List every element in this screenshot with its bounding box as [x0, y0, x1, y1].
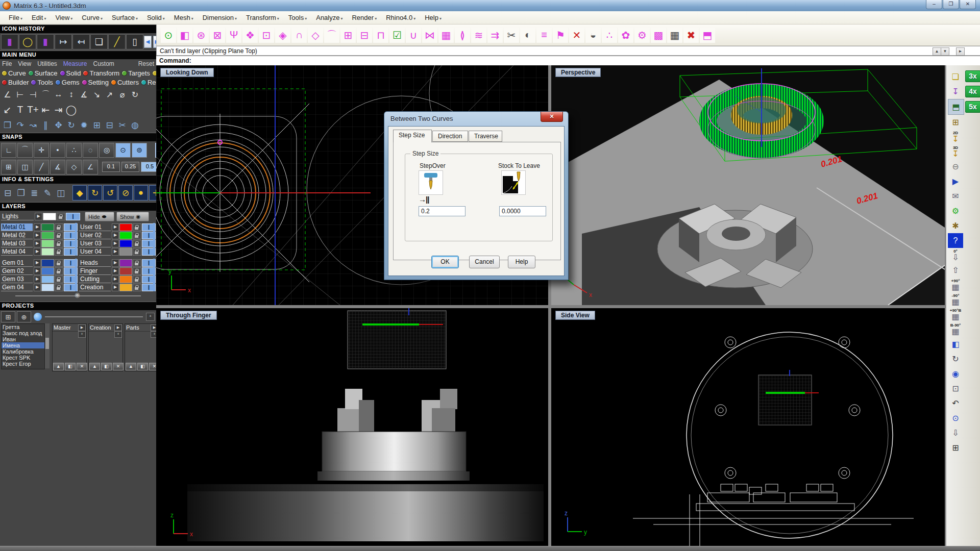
reset-button[interactable]: Reset	[138, 60, 154, 67]
vertical-dim-icon[interactable]: ↕	[65, 88, 78, 101]
layer-color-swatch[interactable]	[41, 232, 54, 239]
history-cylinder-icon[interactable]: ▮	[1, 34, 18, 49]
project-list-item[interactable]: Гретта	[2, 324, 44, 330]
check-surface-icon[interactable]: ☑	[389, 28, 405, 43]
near-snap-icon[interactable]: ⌒	[17, 143, 33, 158]
blend-icon[interactable]: ≬	[455, 28, 470, 43]
category-link[interactable]: Solid	[60, 69, 81, 77]
main-menu-tab[interactable]: File	[2, 60, 12, 67]
grid-surface-icon[interactable]: ▦	[438, 28, 454, 43]
lock-icon[interactable]	[133, 276, 141, 283]
viewport-through-finger[interactable]: Through Finger	[156, 308, 548, 546]
layer-name[interactable]: User 01	[79, 223, 111, 231]
project-list-item[interactable]: Имена	[2, 342, 44, 348]
zoom-multiplier-button[interactable]: 5x	[965, 101, 980, 113]
main-menu-tab[interactable]: View	[18, 60, 31, 67]
layer-color-swatch[interactable]	[41, 248, 54, 256]
layer-name[interactable]: User 04	[79, 248, 111, 256]
layer-expand-button[interactable]: ▶	[112, 284, 119, 291]
cplane-bminus90-icon[interactable]: B-90° ▦	[948, 322, 963, 337]
history-scroll-icon[interactable]: ▯	[126, 34, 143, 49]
text-add-icon[interactable]: T+	[27, 103, 39, 116]
lock-icon[interactable]	[133, 240, 141, 247]
category-link[interactable]: Gems	[55, 79, 80, 86]
move-icon[interactable]: ✥	[52, 118, 65, 132]
category-link[interactable]: Tools	[31, 79, 53, 86]
menu-item[interactable]: Solid▾	[142, 12, 169, 23]
layer-name[interactable]: Gem 01	[1, 259, 33, 267]
viewport-label-perspective[interactable]: Perspective	[555, 68, 601, 77]
angle-dim-icon[interactable]: ∠	[1, 88, 14, 101]
cancel-button[interactable]: Cancel	[469, 256, 500, 268]
layer-color-swatch[interactable]	[119, 284, 132, 291]
gear-icon[interactable]: ⚙	[634, 28, 650, 43]
curve-dash-icon[interactable]: ↝	[27, 118, 39, 132]
cplane-0-icon[interactable]: 0° ⇩	[948, 248, 963, 263]
points-icon[interactable]: ∴	[602, 28, 617, 43]
viewport-perspective[interactable]: Perspective	[551, 65, 945, 305]
history-pencil-icon[interactable]: ╱	[108, 34, 126, 49]
arch-icon[interactable]: ∩	[291, 28, 307, 43]
help-button[interactable]: Help	[508, 256, 535, 268]
dim-right-icon[interactable]: ⇥	[52, 103, 65, 116]
category-link[interactable]: Setting	[82, 79, 109, 86]
half-sphere-icon[interactable]: ◒	[585, 28, 601, 43]
edit-notes-icon[interactable]: ✎	[41, 186, 54, 200]
box-wire-icon[interactable]: ⊠	[210, 28, 225, 43]
radius-dim-icon[interactable]: ⌒	[39, 88, 52, 101]
undo-view-icon[interactable]: ↶	[948, 396, 963, 411]
layer-color-swatch[interactable]	[119, 248, 132, 256]
extrude-icon[interactable]: ⊞	[340, 28, 356, 43]
main-menu-tab[interactable]: Measure	[63, 60, 87, 67]
layer-color-swatch[interactable]	[41, 240, 54, 247]
linear-dim-icon[interactable]: ↔	[52, 88, 65, 101]
vector-snap-icon[interactable]: ∠	[83, 160, 98, 174]
project-list-item[interactable]: Крест Егор	[2, 361, 44, 367]
column-delete-button[interactable]: ✕	[77, 363, 87, 370]
box-snap-icon[interactable]: ◫	[17, 160, 33, 174]
history-dim-d-icon[interactable]: ↦	[55, 34, 72, 49]
pink-box-icon[interactable]: ⬒	[700, 28, 715, 43]
loft-icon[interactable]: ∪	[406, 28, 421, 43]
menu-item[interactable]: Analyze▾	[311, 12, 347, 23]
project-sync-icon[interactable]	[34, 313, 42, 321]
history-forward-button[interactable]: ►	[153, 36, 156, 48]
stepover-input[interactable]: 0.2	[419, 206, 465, 216]
rotate-icon[interactable]: ↻	[65, 118, 78, 132]
category-link[interactable]: Art	[152, 69, 156, 77]
flag-icon[interactable]: ⚑	[553, 28, 568, 43]
solid-tool-icon[interactable]: ⬒	[948, 99, 964, 115]
history-dim-icon[interactable]: ↤	[72, 34, 90, 49]
lock-icon[interactable]	[55, 223, 63, 231]
power-icon[interactable]: ⊙	[161, 28, 176, 43]
tools-icon[interactable]: ✱	[948, 218, 963, 233]
column-up-button[interactable]: ▲	[126, 363, 136, 370]
propeller-icon[interactable]: ❖	[242, 28, 258, 43]
fan-surface-icon[interactable]: ◈	[275, 28, 290, 43]
grid-step-button[interactable]: 0.1	[102, 162, 120, 172]
layer-expand-button[interactable]: ▶	[112, 267, 119, 275]
history-back-button[interactable]: ◄	[144, 36, 152, 48]
scroll-up-button[interactable]: ▲	[933, 47, 941, 56]
category-link[interactable]: Cutters	[111, 79, 139, 86]
tab-step-size[interactable]: Step Size	[393, 130, 432, 142]
main-menu-tab[interactable]: Custom	[93, 60, 114, 67]
loop-delete-icon[interactable]: ⊘	[118, 185, 133, 201]
layer-name[interactable]: Metal 01	[1, 223, 33, 231]
loop-icon[interactable]: ↻	[88, 185, 102, 201]
mesh-sphere-icon[interactable]: ⊛	[193, 28, 209, 43]
layers-slider-knob[interactable]: ◉	[75, 291, 80, 298]
layer-name[interactable]: User 02	[79, 232, 111, 239]
viewport-side-view[interactable]: Side View	[551, 308, 945, 546]
array-icon[interactable]: ⇉	[487, 28, 503, 43]
zoom-multiplier-button[interactable]: 3x	[965, 70, 980, 82]
flow-icon[interactable]: ≋	[471, 28, 486, 43]
copy-info-icon[interactable]: ❐	[14, 186, 28, 200]
show-cplane-icon[interactable]: ⊙	[948, 411, 963, 425]
layer-name[interactable]: Metal 04	[1, 248, 33, 256]
layer-expand-button[interactable]: ▶	[112, 248, 119, 256]
trim-icon[interactable]: ✂	[504, 28, 519, 43]
category-link[interactable]: Surface	[28, 69, 58, 77]
drill-ellipse-icon[interactable]: ⊖	[948, 159, 963, 174]
open-project-icon[interactable]: ⊞	[1, 311, 15, 322]
